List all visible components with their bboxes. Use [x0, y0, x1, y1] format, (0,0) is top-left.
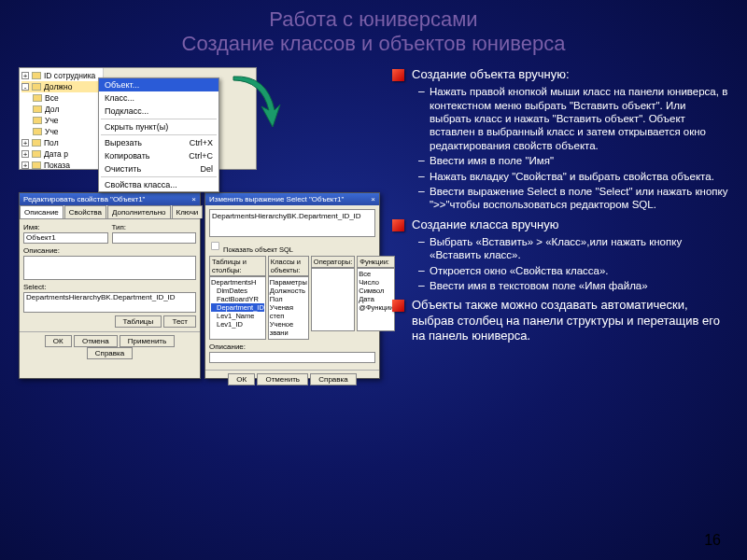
bullet-icon — [392, 300, 404, 312]
bullet-item: Объекты также можно создавать автоматиче… — [392, 298, 728, 343]
context-menu[interactable]: Объект... Класс... Подкласс... Скрыть пу… — [98, 77, 219, 192]
sub-bullet: –Ввести имя в поле "Имя" — [418, 154, 728, 167]
sub-bullet: –Ввести имя в текстовом поле «Имя файла» — [418, 279, 728, 292]
page-number: 16 — [704, 532, 721, 549]
arrow-icon — [224, 73, 289, 138]
slide-title-2: Создание классов и объектов юниверса — [9, 32, 738, 56]
test-button[interactable]: Тест — [163, 315, 196, 328]
tab-advanced[interactable]: Дополнительно — [107, 205, 171, 218]
ctx-item-props[interactable]: Свойства класса... — [99, 178, 218, 191]
ctx-item-copy[interactable]: КопироватьCtrl+C — [99, 149, 218, 162]
tree-view: +ID сотрудника -Должно Все Дол Уче Уче +… — [20, 68, 104, 169]
apply-button[interactable]: Применить — [120, 335, 175, 347]
sub-bullet: –Нажать правой кнопкой мыши класс на пан… — [418, 85, 728, 152]
ctx-item-clear[interactable]: ОчиститьDel — [99, 162, 218, 175]
bullet-text: Объекты также можно создавать автоматиче… — [412, 298, 728, 343]
close-icon[interactable]: × — [371, 195, 375, 203]
sub-bullet: –Выбрать «Вставить» > «Класс»,или нажать… — [418, 235, 728, 262]
tables-tree[interactable]: DepartmentsH DimDates FactBoardYR Depart… — [209, 276, 266, 340]
close-icon[interactable]: × — [191, 195, 196, 203]
sub-bullet: –Нажать вкладку "Свойства" и выбрать сво… — [418, 170, 728, 183]
slide-title-1: Работа с юниверсами — [9, 7, 738, 32]
desc-input[interactable] — [23, 256, 196, 280]
help-button[interactable]: Справка — [310, 373, 356, 385]
screenshot-area: +ID сотрудника -Должно Все Дол Уче Уче +… — [19, 67, 383, 379]
sub-bullet: –Откроется окно «Свойства класса». — [418, 264, 728, 277]
edit-properties-dialog: Редактировать свойства "Объект1"× Описан… — [19, 192, 201, 379]
type-select[interactable] — [112, 232, 197, 244]
text-content: Создание объекта вручную:–Нажать правой … — [392, 67, 728, 379]
tree-panel: +ID сотрудника -Должно Все Дол Уче Уче +… — [19, 67, 257, 170]
expression-input[interactable]: DepartmentsHierarchyBK.Department_ID_ID — [209, 209, 375, 237]
select-input[interactable]: DepartmentsHierarchyBK.Department_ID_ID — [23, 292, 196, 313]
edit-select-dialog: Изменить выражение Select "Объект1"× Dep… — [204, 192, 380, 379]
ctx-item-object[interactable]: Объект... — [99, 78, 218, 91]
bullet-text: Создание класса вручную — [412, 217, 558, 232]
ctx-item-cut[interactable]: ВырезатьCtrl+X — [99, 136, 218, 149]
bullet-icon — [392, 69, 404, 81]
bullet-text: Создание объекта вручную: — [412, 67, 570, 82]
dialog2-title: Изменить выражение Select "Объект1" — [209, 195, 344, 203]
bullet-icon — [392, 219, 404, 231]
ctx-item-class[interactable]: Класс... — [99, 91, 218, 105]
operators-list[interactable] — [311, 268, 355, 331]
classes-tree[interactable]: Параметры Должность Пол Ученая степ Учен… — [268, 276, 309, 340]
cancel-button[interactable]: Отмена — [74, 335, 118, 347]
ctx-item-subclass[interactable]: Подкласс... — [99, 105, 218, 118]
expand-icon: + — [21, 72, 29, 79]
bullet-item: Создание класса вручную — [392, 217, 728, 232]
tab-properties[interactable]: Свойства — [64, 205, 106, 218]
help-button[interactable]: Справка — [87, 347, 133, 359]
show-sql-checkbox[interactable] — [211, 242, 219, 250]
tables-button[interactable]: Таблицы — [115, 315, 162, 328]
ctx-item-hide[interactable]: Скрыть пункт(ы) — [99, 120, 218, 133]
name-input[interactable]: Объект1 — [23, 232, 108, 244]
dialog1-title: Редактировать свойства "Объект1" — [23, 195, 145, 203]
desc2-input[interactable] — [209, 352, 375, 363]
cancel-button[interactable]: Отменить — [257, 373, 308, 385]
ok-button[interactable]: ОК — [45, 335, 72, 347]
bullet-item: Создание объекта вручную: — [392, 67, 728, 82]
sub-bullet: –Ввести выражение Select в поле "Select"… — [418, 185, 728, 212]
ok-button[interactable]: ОК — [228, 373, 255, 385]
functions-tree[interactable]: Все Число Символ Дата @Функции — [357, 268, 395, 331]
tab-keys[interactable]: Ключи — [172, 205, 204, 218]
tab-description[interactable]: Описание — [20, 205, 63, 218]
